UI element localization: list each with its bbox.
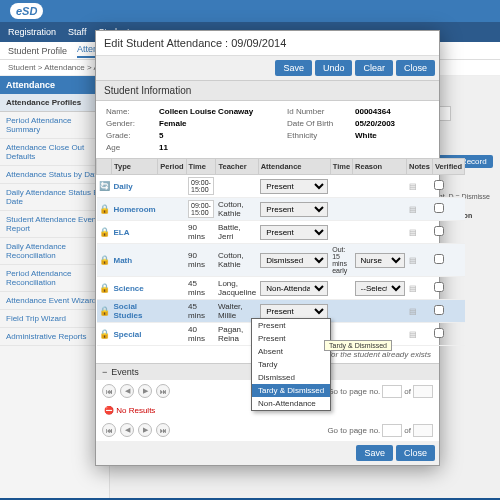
attendance-select[interactable]: Present — [260, 225, 328, 240]
collapse-icon[interactable]: − — [102, 367, 107, 377]
pager-prev-icon[interactable]: ◀ — [120, 423, 134, 437]
pager-prev-icon[interactable]: ◀ — [120, 384, 134, 398]
th-reason[interactable]: Reason — [353, 159, 407, 175]
sidebar-item-2[interactable]: Attendance Status by Date — [0, 166, 109, 184]
sidebar-item-4[interactable]: Student Attendance Events Report — [0, 211, 109, 238]
verified-checkbox[interactable] — [434, 254, 444, 264]
time-cell: 90 mins — [186, 221, 216, 244]
th-time2[interactable]: Time — [330, 159, 352, 175]
notes-icon[interactable]: ▤ — [409, 284, 417, 293]
time-cell: 45 mins — [186, 277, 216, 300]
period-type[interactable]: Special — [114, 330, 142, 339]
notes-icon[interactable]: ▤ — [409, 330, 417, 339]
th-teacher[interactable]: Teacher — [216, 159, 258, 175]
table-row: 🔒ELA90 minsBattle, JerriPresent▤ — [97, 221, 465, 244]
pager-next-icon[interactable]: ▶ — [138, 384, 152, 398]
attendance-select[interactable]: Dismissed — [260, 253, 328, 268]
of-label: of — [404, 426, 411, 435]
goto-label: Go to page no. — [327, 426, 380, 435]
out-time-cell — [330, 300, 352, 323]
verified-checkbox[interactable] — [434, 328, 444, 338]
teacher-cell: Cotton, Kathie — [216, 198, 258, 221]
sidebar-item-5[interactable]: Daily Attendance Reconciliation — [0, 238, 109, 265]
pager-first-icon[interactable]: ⏮ — [102, 423, 116, 437]
dropdown-option[interactable]: Non-Attendance — [252, 397, 330, 410]
gender-value: Female — [159, 119, 279, 128]
th-period[interactable]: Period — [158, 159, 186, 175]
dropdown-option[interactable]: Absent — [252, 345, 330, 358]
sidebar-item-3[interactable]: Daily Attendance Status By Date — [0, 184, 109, 211]
attendance-dropdown-open[interactable]: PresentPresentAbsentTardyDismissedTardy … — [251, 318, 331, 411]
notes-icon[interactable]: ▤ — [409, 182, 417, 191]
sidebar-item-6[interactable]: Period Attendance Reconciliation — [0, 265, 109, 292]
verified-checkbox[interactable] — [434, 226, 444, 236]
th-type[interactable]: Type — [112, 159, 158, 175]
save-button[interactable]: Save — [275, 60, 312, 76]
period-type[interactable]: Science — [114, 284, 144, 293]
period-cell — [158, 221, 186, 244]
notes-icon[interactable]: ▤ — [409, 307, 417, 316]
goto-input[interactable] — [382, 385, 402, 398]
close-button[interactable]: Close — [396, 60, 435, 76]
of-total — [413, 424, 433, 437]
reason-select[interactable]: Nurse — [355, 253, 405, 268]
pager-first-icon[interactable]: ⏮ — [102, 384, 116, 398]
th-notes[interactable]: Notes — [407, 159, 433, 175]
pager-last-icon[interactable]: ⏭ — [156, 384, 170, 398]
logo: eSD — [10, 3, 43, 19]
period-type[interactable]: Social Studies — [114, 302, 143, 320]
period-type[interactable]: Daily — [114, 182, 133, 191]
reason-select[interactable]: --Select-- — [355, 281, 405, 296]
age-value: 11 — [159, 143, 279, 152]
refresh-icon: 🔄 — [99, 181, 110, 191]
sidebar-item-7[interactable]: Attendance Event Wizard — [0, 292, 109, 310]
attendance-select[interactable]: Present — [260, 304, 328, 319]
attendance-select[interactable]: Non-Attendance — [260, 281, 328, 296]
student-info-grid: Name: Colleen Louise Conaway Id Number 0… — [96, 101, 439, 158]
id-label: Id Number — [287, 107, 347, 116]
dob-label: Date Of Birth — [287, 119, 347, 128]
notes-icon[interactable]: ▤ — [409, 256, 417, 265]
th-attendance[interactable]: Attendance — [258, 159, 330, 175]
lock-icon: 🔒 — [99, 306, 110, 316]
th-verified[interactable]: Verified — [432, 159, 464, 175]
attendance-select[interactable]: Present — [260, 179, 328, 194]
dropdown-option[interactable]: Tardy — [252, 358, 330, 371]
nav-staff[interactable]: Staff — [68, 27, 86, 37]
edit-attendance-modal: Edit Student Attendance : 09/09/2014 Sav… — [95, 30, 440, 466]
undo-button[interactable]: Undo — [315, 60, 353, 76]
notes-icon[interactable]: ▤ — [409, 205, 417, 214]
notes-icon[interactable]: ▤ — [409, 228, 417, 237]
verified-checkbox[interactable] — [434, 282, 444, 292]
dropdown-option[interactable]: Tardy & Dismissed — [252, 384, 330, 397]
period-type[interactable]: Homeroom — [114, 205, 156, 214]
goto-input[interactable] — [382, 424, 402, 437]
period-type[interactable]: Math — [114, 256, 133, 265]
sidebar-item-9[interactable]: Administrative Reports — [0, 328, 109, 346]
dropdown-option[interactable]: Present — [252, 319, 330, 332]
attendance-select[interactable]: Present — [260, 202, 328, 217]
name-label: Name: — [106, 107, 151, 116]
pager-next-icon[interactable]: ▶ — [138, 423, 152, 437]
close-button-footer[interactable]: Close — [396, 445, 435, 461]
sidebar-item-8[interactable]: Field Trip Wizard — [0, 310, 109, 328]
verified-checkbox[interactable] — [434, 305, 444, 315]
verified-checkbox[interactable] — [434, 180, 444, 190]
tab-student-profile[interactable]: Student Profile — [8, 46, 67, 56]
of-label: of — [404, 387, 411, 396]
sidebar-item-1[interactable]: Attendance Close Out Defaults — [0, 139, 109, 166]
period-cell — [158, 277, 186, 300]
th-time[interactable]: Time — [186, 159, 216, 175]
clear-button[interactable]: Clear — [355, 60, 393, 76]
lock-icon: 🔒 — [99, 227, 110, 237]
period-type[interactable]: ELA — [114, 228, 130, 237]
dropdown-option[interactable]: Dismissed — [252, 371, 330, 384]
nav-registration[interactable]: Registration — [8, 27, 56, 37]
verified-checkbox[interactable] — [434, 203, 444, 213]
period-cell — [158, 323, 186, 346]
id-value: 00004364 — [355, 107, 435, 116]
pager-last-icon[interactable]: ⏭ — [156, 423, 170, 437]
sidebar-item-0[interactable]: Period Attendance Summary — [0, 112, 109, 139]
save-button-footer[interactable]: Save — [356, 445, 393, 461]
dropdown-option[interactable]: Present — [252, 332, 330, 345]
